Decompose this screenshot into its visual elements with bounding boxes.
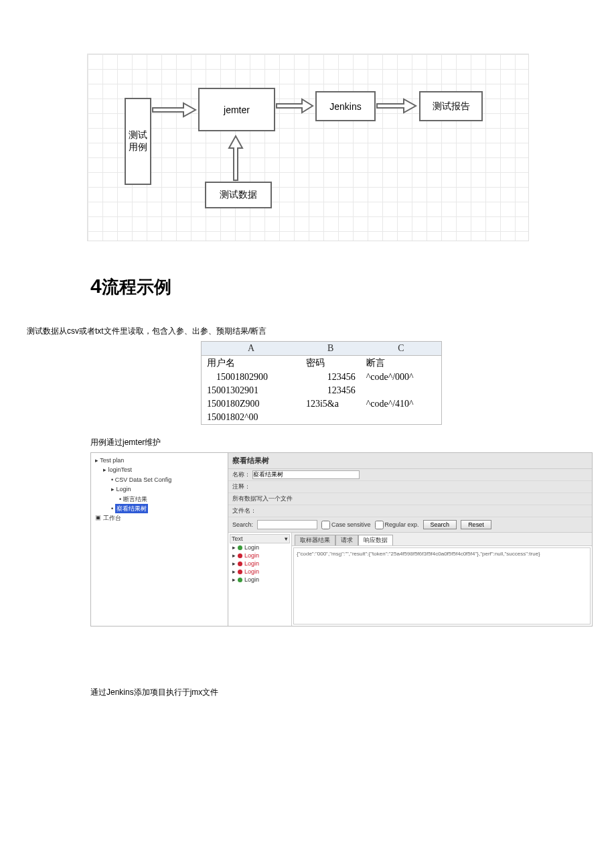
tree-node[interactable]: • 断言结果 [94, 495, 225, 504]
comment-field-row: 注释： [228, 481, 592, 493]
col-letter: A [202, 342, 301, 356]
box-testdata: 测试数据 [205, 182, 272, 208]
comment-label: 注释： [232, 483, 250, 490]
search-button[interactable]: Search [423, 520, 457, 529]
col-header: 密码 [301, 356, 361, 371]
response-tabs-area: 取样器结果 请求 响应数据 {"code":"000","msg":"","re… [292, 533, 592, 626]
status-fail-icon [238, 553, 242, 558]
results-header: Text▾ [230, 534, 290, 543]
header-row: 用户名 密码 断言 [202, 356, 442, 371]
heading-text: 流程示例 [102, 277, 171, 297]
box-usecase: 测试 用例 [125, 98, 151, 185]
jmeter-screenshot: ▸ Test plan ▸ loginTest • CSV Data Set C… [90, 452, 593, 627]
arrow-icon [151, 101, 198, 119]
results-body: Text▾ ▸ Login ▸ Login ▸ Login ▸ Login ▸ … [228, 533, 592, 626]
filename-row: 文件名： [228, 505, 592, 517]
result-row[interactable]: ▸ Login [230, 543, 290, 551]
search-row: Search: Case sensitive Regular exp. Sear… [228, 517, 592, 533]
box-usecase-label: 测试 用例 [129, 129, 147, 153]
arrow-up-icon [227, 133, 244, 182]
box-jenkins-label: Jenkins [329, 101, 361, 112]
table-row: 15001802900123456^code^/000^ [202, 371, 442, 384]
flow-diagram: 测试 用例 jemter Jenkins 测试报告 测试数据 [87, 54, 529, 241]
tree-node[interactable]: • CSV Data Set Config [94, 475, 225, 484]
results-list: Text▾ ▸ Login ▸ Login ▸ Login ▸ Login ▸ … [228, 533, 292, 626]
col-letters-row: A B C [202, 342, 442, 356]
tab-request[interactable]: 请求 [335, 535, 358, 545]
jmeter-main-panel: 察看结果树 名称： 注释： 所有数据写入一个文件 文件名： Search: Ca… [228, 453, 592, 626]
tree-node-selected[interactable]: • 察看结果树 [94, 504, 225, 513]
box-testdata-label: 测试数据 [220, 189, 257, 201]
col-header: 断言 [361, 356, 442, 371]
box-report: 测试报告 [419, 91, 483, 121]
paragraph-csv: 测试数据从csv或者txt文件里读取，包含入参、出参、预期结果/断言 [27, 326, 616, 337]
col-letter: C [361, 342, 442, 356]
writeto-label: 所有数据写入一个文件 [228, 493, 592, 505]
tab-row: 取样器结果 请求 响应数据 [292, 533, 592, 546]
filename-label: 文件名： [232, 507, 256, 514]
csv-spreadsheet: A B C 用户名 密码 断言 15001802900123456^code^/… [201, 341, 442, 425]
result-row[interactable]: ▸ Login [230, 551, 290, 560]
paragraph-jmeter: 用例通过jemter维护 [90, 437, 616, 448]
box-report-label: 测试报告 [433, 101, 470, 113]
tab-sampler[interactable]: 取样器结果 [295, 535, 335, 545]
paragraph-jenkins: 通过Jenkins添加项目执行于jmx文件 [90, 687, 616, 698]
col-header: 用户名 [202, 356, 301, 371]
name-input[interactable] [252, 470, 360, 479]
table-row: 15001802^00 [202, 411, 442, 425]
search-input[interactable] [257, 520, 317, 529]
tab-response[interactable]: 响应数据 [358, 535, 393, 545]
tree-node[interactable]: ▸ Login [94, 484, 225, 494]
search-label: Search: [232, 521, 253, 528]
status-fail-icon [238, 562, 242, 566]
tree-node[interactable]: ▣ 工作台 [94, 513, 225, 523]
box-jemter: jemter [198, 88, 275, 131]
dropdown-icon[interactable]: ▾ [285, 535, 288, 542]
arrow-icon [275, 97, 315, 115]
result-row[interactable]: ▸ Login [230, 576, 290, 584]
status-pass-icon [238, 545, 242, 550]
reset-button[interactable]: Reset [461, 520, 491, 529]
col-letter: B [301, 342, 361, 356]
name-field-row: 名称： [228, 469, 592, 481]
section-heading: 4流程示例 [90, 275, 616, 299]
table-row: 15001302901123456 [202, 384, 442, 397]
result-row[interactable]: ▸ Login [230, 568, 290, 576]
regex-checkbox[interactable]: Regular exp. [375, 521, 419, 529]
name-label: 名称： [232, 471, 250, 478]
table-row: 1500180Z900123i5&a^code^/410^ [202, 397, 442, 411]
tree-node[interactable]: ▸ loginTest [94, 465, 225, 474]
box-jemter-label: jemter [224, 105, 250, 115]
status-pass-icon [238, 578, 242, 582]
panel-title: 察看结果树 [228, 453, 592, 469]
arrow-icon [376, 97, 419, 115]
case-sensitive-checkbox[interactable]: Case sensitive [321, 521, 371, 529]
response-body: {"code":"000","msg":"","result":{"token"… [293, 547, 591, 624]
status-fail-icon [238, 570, 242, 574]
result-row[interactable]: ▸ Login [230, 560, 290, 568]
box-jenkins: Jenkins [315, 91, 376, 121]
heading-number: 4 [90, 275, 102, 297]
tree-node[interactable]: ▸ Test plan [94, 456, 225, 465]
jmeter-tree: ▸ Test plan ▸ loginTest • CSV Data Set C… [91, 453, 228, 626]
